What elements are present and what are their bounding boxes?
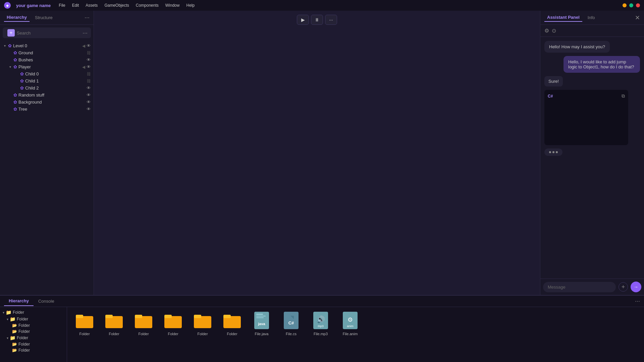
close-panel-button[interactable]: ✕: [635, 14, 640, 21]
tree-label: Bushes: [18, 57, 85, 62]
menu-window[interactable]: Window: [165, 3, 180, 8]
anim-file-icon: ⚙anim: [341, 311, 359, 330]
eye-icon[interactable]: 👁: [87, 85, 91, 90]
tab-info[interactable]: Info: [585, 14, 598, 21]
file-label: File.java: [255, 332, 269, 336]
svg-text:🔊: 🔊: [317, 315, 325, 323]
tree-label: Player: [18, 64, 81, 69]
tab-hierarchy[interactable]: Hierarchy: [4, 13, 30, 22]
eye-icon[interactable]: 👁: [87, 107, 91, 112]
folder-label: Folder: [18, 348, 30, 353]
add-object-button[interactable]: +: [7, 29, 15, 37]
tree-item-player[interactable]: ▾ ✿ Player ◀ 👁: [0, 63, 94, 70]
bottom-more-button[interactable]: ···: [635, 298, 640, 305]
play-button[interactable]: ▶: [297, 15, 309, 25]
gear-icon: ✿: [20, 78, 24, 83]
menu-components[interactable]: Components: [136, 3, 159, 8]
folder-label: Folder: [17, 317, 28, 321]
chat-message-assistant: Hello! How may I assist you?: [544, 41, 610, 53]
menu-edit[interactable]: Edit: [72, 3, 79, 8]
folder-icon: 📂: [12, 323, 17, 328]
folder-file-icon: [164, 311, 182, 330]
eye-icon[interactable]: 👁: [87, 64, 91, 69]
file-item-folder-3[interactable]: Folder: [131, 311, 156, 336]
tree-item-background[interactable]: ✿ Background 👁: [0, 99, 94, 106]
panel-more-button[interactable]: ···: [85, 14, 90, 21]
tree-item-bushes[interactable]: ✿ Bushes 👁: [0, 56, 94, 63]
file-item-folder-4[interactable]: Folder: [161, 311, 185, 336]
maximize-button[interactable]: [629, 3, 633, 7]
typing-dot-2: [552, 151, 554, 153]
eye-icon[interactable]: 👁: [87, 93, 91, 98]
folder-item[interactable]: ▾ 📁 Folder: [1, 335, 65, 341]
folder-item[interactable]: 📂 Folder: [1, 347, 65, 353]
tree-item-tree[interactable]: ✿ Tree 👁: [0, 106, 94, 113]
file-item-folder-1[interactable]: Folder: [72, 311, 97, 336]
cs-file-icon: C#: [282, 311, 300, 330]
svg-rect-14: [256, 316, 266, 316]
pause-button[interactable]: ⏸: [311, 15, 323, 25]
tab-assistant-panel[interactable]: Assistant Panel: [544, 13, 582, 22]
menu-file[interactable]: File: [59, 3, 65, 8]
add-attachment-button[interactable]: +: [619, 282, 628, 292]
folder-item[interactable]: 📂 Folder: [1, 341, 65, 347]
folder-item[interactable]: 📂 Folder: [1, 328, 65, 335]
eye-icon[interactable]: 👁: [87, 43, 91, 48]
btab-hierarchy[interactable]: Hierarchy: [4, 296, 34, 306]
folder-item[interactable]: ▾ 📁 Folder: [1, 309, 65, 316]
expand-arrow-icon: ▾: [7, 336, 8, 340]
search-input[interactable]: [17, 31, 80, 36]
gear-icon: ✿: [13, 107, 17, 112]
file-item-java[interactable]: java File.java: [250, 311, 274, 336]
folder-icon: 📁: [10, 316, 15, 322]
btab-console[interactable]: Console: [34, 297, 59, 306]
eye-icon[interactable]: 👁: [87, 100, 91, 105]
tab-structure[interactable]: Structure: [32, 14, 55, 21]
svg-rect-9: [194, 315, 201, 318]
search-bar: + ···: [3, 27, 91, 38]
file-item-folder-5[interactable]: Folder: [191, 311, 215, 336]
app-logo: ◈: [4, 2, 11, 9]
send-message-button[interactable]: →: [631, 282, 641, 292]
menu-help[interactable]: Help: [186, 3, 195, 8]
file-label: File.cs: [286, 332, 297, 336]
folder-item[interactable]: 📂 Folder: [1, 322, 65, 328]
copy-code-button[interactable]: ⧉: [622, 93, 625, 99]
svg-text:C#: C#: [288, 320, 294, 325]
minimize-button[interactable]: [623, 3, 627, 7]
folder-file-icon: [194, 311, 211, 330]
tree-label: Level 0: [13, 43, 81, 48]
file-item-anim[interactable]: ⚙anim File.anim: [338, 311, 362, 336]
folder-label: Folder: [13, 310, 24, 315]
viewport-toolbar: ▶ ⏸ ···: [297, 15, 337, 25]
file-label: File.anim: [343, 332, 358, 336]
menu-assets[interactable]: Assets: [86, 3, 98, 8]
tree-item-level0[interactable]: ▾ ✿ Level 0 ◀ 👁: [0, 42, 94, 49]
folder-item[interactable]: ▾ 📁 Folder: [1, 316, 65, 322]
collapse-arrow-icon: ▾: [3, 44, 7, 48]
eye-icon[interactable]: 👁: [87, 57, 91, 62]
file-item-cs[interactable]: C# File.cs: [279, 311, 303, 336]
tree-item-ground[interactable]: ✿ Ground ⛓: [0, 49, 94, 56]
file-item-folder-2[interactable]: Folder: [102, 311, 126, 336]
close-button[interactable]: [636, 3, 640, 7]
menu-gameobjects[interactable]: GameObjects: [104, 3, 129, 8]
chat-message-input[interactable]: [543, 282, 616, 292]
gear-icon: ✿: [13, 57, 17, 62]
tree-item-random-stuff[interactable]: ✿ Random stuff 👁: [0, 92, 94, 99]
left-panel: Hierarchy Structure ··· + ··· ▾ ✿ Level …: [0, 11, 94, 295]
svg-rect-7: [164, 315, 172, 318]
options-icon[interactable]: ⊙: [552, 27, 556, 34]
search-options-button[interactable]: ···: [83, 29, 88, 37]
tree-item-child0[interactable]: ✿ Child 0 ⛓: [0, 70, 94, 77]
file-item-mp3[interactable]: 🔊mp3 File.mp3: [309, 311, 333, 336]
file-label: Folder: [138, 332, 149, 336]
tree-item-child1[interactable]: ✿ Child 1 ⛓: [0, 77, 94, 84]
tree-item-child2[interactable]: ✿ Child 2 👁: [0, 84, 94, 92]
panel-header: Hierarchy Structure ···: [0, 11, 94, 25]
file-item-folder-6[interactable]: Folder: [220, 311, 244, 336]
more-button[interactable]: ···: [325, 15, 337, 25]
svg-text:anim: anim: [347, 324, 354, 328]
settings-icon[interactable]: ⚙: [544, 27, 549, 34]
file-label: Folder: [197, 332, 208, 336]
